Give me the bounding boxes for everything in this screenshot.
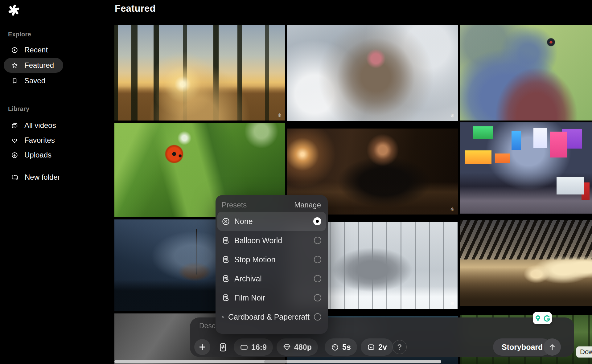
sidebar-item-label: All videos [24, 121, 56, 130]
sidebar-item-label: New folder [25, 173, 60, 182]
sora-watermark-icon: ❋ [278, 112, 282, 118]
preset-option-balloon-world[interactable]: Balloon World [217, 231, 326, 250]
add-media-button[interactable] [194, 339, 210, 355]
send-button[interactable] [544, 338, 561, 356]
presets-title: Presets [222, 201, 247, 209]
heart-icon [11, 137, 18, 144]
presets-button[interactable] [217, 342, 229, 353]
download-tooltip-label: Dow [580, 348, 592, 356]
scrollbar-segment[interactable] [264, 360, 287, 363]
aspect-ratio-value: 16:9 [251, 343, 267, 352]
sidebar-item-recent[interactable]: Recent [4, 43, 57, 57]
download-tooltip: Dow [576, 346, 592, 358]
radio-unselected[interactable] [314, 256, 321, 263]
help-button[interactable]: ? [393, 340, 407, 354]
preset-option-label: Film Noir [234, 293, 310, 302]
video-thumbnail-seoul-night-street[interactable] [460, 122, 592, 214]
library-section-label: Library [8, 105, 29, 112]
storyboard-button[interactable]: Storyboard [493, 338, 551, 356]
explore-section-label: Explore [8, 31, 31, 38]
circle-x-icon [222, 217, 230, 226]
variations-button[interactable]: 2v [361, 338, 393, 356]
arrow-up-icon [548, 342, 557, 352]
sora-watermark-icon: ❋ [450, 207, 454, 212]
page-title: Featured [115, 3, 156, 14]
preset-option-label: Cardboard & Papercraft [228, 313, 310, 321]
duration-value: 5s [342, 343, 351, 352]
preset-option-label: Balloon World [234, 236, 310, 245]
preset-option-label: Stop Motion [234, 255, 310, 264]
variations-value: 2v [378, 343, 387, 352]
sidebar-item-label: Uploads [24, 151, 51, 159]
gem-icon [283, 343, 291, 351]
video-thumbnail-curved-architecture[interactable] [460, 220, 592, 306]
preset-icon [218, 342, 228, 353]
manage-presets-link[interactable]: Manage [294, 201, 321, 209]
preset-icon [222, 313, 224, 321]
aspect-ratio-button[interactable]: 16:9 [234, 338, 273, 356]
resolution-button[interactable]: 480p [277, 338, 318, 356]
grammarly-widget[interactable] [533, 312, 552, 324]
sidebar-item-saved[interactable]: Saved [4, 73, 55, 88]
presets-popup: Presets Manage None Balloon World Stop M… [216, 195, 328, 334]
plus-icon [198, 343, 207, 351]
recent-play-icon [11, 47, 18, 54]
preset-icon [222, 236, 230, 245]
sora-watermark-icon: ❋ [450, 113, 454, 119]
openai-logo[interactable] [8, 4, 20, 16]
new-folder-icon [11, 174, 18, 181]
sidebar-item-featured[interactable]: Featured [4, 58, 63, 73]
radio-unselected[interactable] [314, 275, 321, 282]
sidebar-item-uploads[interactable]: Uploads [4, 148, 61, 162]
radio-selected[interactable] [313, 217, 321, 225]
sidebar-item-favorites[interactable]: Favorites [4, 133, 64, 148]
preset-icon [222, 275, 230, 283]
preset-option-cardboard-papercraft[interactable]: Cardboard & Papercraft [217, 307, 326, 326]
radio-unselected[interactable] [314, 313, 321, 321]
duration-button[interactable]: 5s [325, 338, 357, 356]
preset-option-label: None [234, 217, 309, 226]
radio-unselected[interactable] [314, 237, 321, 244]
aspect-ratio-icon [240, 343, 248, 351]
sidebar-item-label: Favorites [24, 136, 55, 145]
preset-option-film-noir[interactable]: Film Noir [217, 288, 326, 307]
preset-icon [222, 256, 230, 264]
radio-unselected[interactable] [314, 294, 321, 301]
video-thumbnail-poplar-road-sunset[interactable]: ❋ [114, 25, 285, 121]
video-thumbnail-crowned-pigeon[interactable] [460, 25, 592, 121]
upload-plus-icon [11, 152, 18, 159]
sidebar-item-all-videos[interactable]: All videos [4, 118, 65, 133]
openai-logo-icon [8, 4, 20, 16]
resolution-value: 480p [294, 343, 312, 352]
preset-option-label: Archival [234, 274, 310, 283]
horizontal-scrollbar[interactable] [114, 360, 441, 363]
storyboard-label: Storyboard [502, 343, 543, 352]
timer-icon [331, 343, 339, 351]
lightbulb-icon [534, 314, 542, 322]
variations-icon [367, 343, 375, 351]
sidebar: Explore Recent Featured Saved Library Al… [0, 0, 92, 364]
preset-option-stop-motion[interactable]: Stop Motion [217, 250, 326, 269]
sidebar-item-label: Saved [24, 76, 45, 85]
videos-stack-icon [11, 122, 18, 129]
grammarly-g-icon [543, 314, 551, 322]
star-icon [11, 62, 18, 69]
preset-icon [222, 294, 230, 302]
video-thumbnail-snow-monkey[interactable]: ❋ [287, 25, 458, 121]
sidebar-item-label: Featured [24, 61, 54, 70]
sidebar-item-new-folder[interactable]: New folder [4, 170, 69, 185]
sora-watermark-icon: ❋ [450, 301, 454, 306]
bookmark-icon [11, 77, 18, 84]
preset-option-archival[interactable]: Archival [217, 269, 326, 288]
preset-option-none[interactable]: None [217, 212, 326, 231]
sidebar-item-label: Recent [24, 46, 48, 54]
